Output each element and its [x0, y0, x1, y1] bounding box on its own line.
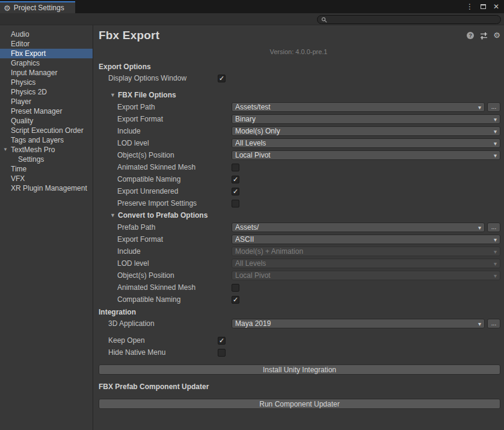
- prefab-compatible-naming-checkbox[interactable]: ✓: [232, 296, 239, 304]
- prefab-objects-position-row: Object(s) Position Local Pivot ▾: [93, 269, 504, 281]
- help-icon[interactable]: ?: [467, 32, 474, 39]
- sidebar-item-label: Script Execution Order: [11, 126, 84, 135]
- tab-project-settings[interactable]: ⚙ Project Settings: [0, 1, 75, 13]
- export-unrendered-row: Export Unrendered ✓: [93, 185, 504, 197]
- prefab-path-row: Prefab Path Assets/ ▾ ...: [93, 221, 504, 233]
- hide-native-menu-checkbox[interactable]: [218, 349, 226, 357]
- main-pane: Fbx Export ? ⚙ Version: 4.0.0-pre.1 Expo…: [93, 25, 504, 430]
- keep-open-checkbox[interactable]: ✓: [218, 337, 226, 345]
- dropdown-value: Maya 2019: [235, 319, 476, 328]
- compatible-naming-checkbox[interactable]: ✓: [232, 176, 239, 183]
- chevron-down-icon: ▾: [494, 116, 497, 123]
- field-label: Hide Native Menu: [99, 348, 218, 357]
- foldout-triangle-icon[interactable]: ▼: [110, 212, 118, 218]
- sidebar-item-label: Settings: [18, 155, 44, 164]
- sidebar-item-audio[interactable]: Audio: [0, 29, 93, 39]
- animated-skinned-mesh-checkbox[interactable]: [232, 164, 239, 171]
- run-component-updater-button[interactable]: Run Component Updater: [99, 399, 500, 409]
- close-icon[interactable]: ✕: [493, 2, 499, 11]
- prefab-path-dropdown[interactable]: Assets/ ▾: [232, 223, 485, 232]
- foldout-label: FBX File Options: [118, 91, 176, 99]
- settings-gear-icon[interactable]: ⚙: [493, 31, 500, 39]
- prefab-compatible-naming-row: Compatible Naming ✓: [93, 293, 504, 306]
- export-options-heading: Export Options: [93, 61, 504, 72]
- lod-level-dropdown[interactable]: All Levels ▾: [232, 138, 500, 148]
- sidebar-item-preset-manager[interactable]: Preset Manager: [0, 106, 93, 116]
- sidebar-item-fbx-export[interactable]: Fbx Export: [0, 49, 93, 58]
- display-options-window-checkbox[interactable]: ✓: [218, 75, 226, 82]
- prefab-export-format-row: Export Format ASCII ▾: [93, 233, 504, 245]
- convert-to-prefab-options-foldout[interactable]: ▼ Convert to Prefab Options: [93, 209, 504, 221]
- search-input[interactable]: [330, 16, 497, 23]
- sidebar-item-label: Tags and Layers: [11, 136, 64, 144]
- sidebar-item-textmesh-pro[interactable]: ▼TextMesh Pro: [0, 145, 93, 155]
- export-format-dropdown[interactable]: Binary ▾: [232, 114, 500, 124]
- chevron-down-icon: ▾: [478, 104, 481, 111]
- dropdown-value: Model(s) + Animation: [235, 247, 491, 256]
- sidebar-item-settings[interactable]: Settings: [0, 155, 93, 164]
- keep-open-row: Keep Open ✓: [93, 334, 504, 346]
- sidebar-item-xr-plugin-management[interactable]: XR Plugin Management: [0, 183, 93, 193]
- page-title: Fbx Export: [99, 29, 159, 42]
- sidebar-item-label: Graphics: [11, 59, 40, 67]
- search-box[interactable]: [317, 15, 501, 24]
- install-unity-integration-button[interactable]: Install Unity Integration: [99, 364, 500, 375]
- sidebar-item-label: Time: [11, 165, 26, 173]
- sidebar-item-input-manager[interactable]: Input Manager: [0, 68, 93, 78]
- sidebar-item-label: Preset Manager: [11, 107, 62, 115]
- sidebar-item-vfx[interactable]: VFX: [0, 174, 93, 183]
- export-unrendered-checkbox[interactable]: ✓: [232, 188, 239, 195]
- field-label: Display Options Window: [99, 74, 218, 82]
- objects-position-row: Object(s) Position Local Pivot ▾: [93, 149, 504, 161]
- objects-position-dropdown[interactable]: Local Pivot ▾: [232, 150, 500, 160]
- preserve-import-settings-checkbox[interactable]: [232, 200, 239, 207]
- sidebar-item-physics[interactable]: Physics: [0, 78, 93, 87]
- prefab-animated-skinned-mesh-checkbox[interactable]: [232, 284, 239, 292]
- sidebar-item-label: VFX: [11, 174, 25, 183]
- field-label: Export Unrendered: [99, 187, 232, 195]
- export-path-row: Export Path Assets/test ▾ ...: [93, 101, 504, 113]
- sidebar-item-quality[interactable]: Quality: [0, 116, 93, 126]
- title-bar: ⚙ Project Settings ⋮ ✕: [0, 0, 504, 13]
- fbx-prefab-component-updater-heading: FBX Prefab Component Updater: [93, 382, 504, 392]
- foldout-triangle-icon[interactable]: ▼: [110, 92, 118, 98]
- lod-level-row: LOD level All Levels ▾: [93, 137, 504, 149]
- prefab-path-browse-button[interactable]: ...: [487, 223, 500, 232]
- 3d-application-dropdown[interactable]: Maya 2019 ▾: [232, 319, 485, 328]
- prefab-include-row: Include Model(s) + Animation ▾: [93, 245, 504, 257]
- fbx-file-options-foldout[interactable]: ▼ FBX File Options: [93, 89, 504, 101]
- export-path-browse-button[interactable]: ...: [487, 102, 500, 112]
- tab-title: Project Settings: [14, 4, 64, 12]
- dropdown-value: Model(s) Only: [235, 127, 491, 135]
- field-label: 3D Application: [99, 319, 232, 328]
- 3d-application-browse-button[interactable]: ...: [487, 319, 500, 328]
- sidebar-item-label: Fbx Export: [11, 49, 46, 58]
- sidebar-item-script-execution-order[interactable]: Script Execution Order: [0, 126, 93, 135]
- sidebar-item-tags-and-layers[interactable]: Tags and Layers: [0, 135, 93, 145]
- sidebar-item-editor[interactable]: Editor: [0, 39, 93, 49]
- animated-skinned-mesh-row: Animated Skinned Mesh: [93, 161, 504, 173]
- sidebar-item-physics-2d[interactable]: Physics 2D: [0, 87, 93, 97]
- preset-icon[interactable]: [479, 31, 488, 40]
- prefab-export-format-dropdown[interactable]: ASCII ▾: [232, 235, 500, 244]
- dropdown-value: Local Pivot: [235, 151, 491, 159]
- chevron-down-icon: ▾: [478, 224, 481, 231]
- field-label: Include: [99, 247, 232, 256]
- sidebar-item-player[interactable]: Player: [0, 97, 93, 106]
- export-path-dropdown[interactable]: Assets/test ▾: [232, 102, 485, 112]
- sidebar-item-label: Physics 2D: [11, 88, 47, 96]
- field-label: Object(s) Position: [99, 271, 232, 280]
- sidebar-item-graphics[interactable]: Graphics: [0, 58, 93, 68]
- chevron-down-icon: ▾: [494, 236, 497, 243]
- chevron-down-icon: ▾: [478, 321, 481, 327]
- include-dropdown[interactable]: Model(s) Only ▾: [232, 126, 500, 136]
- field-label: Prefab Path: [99, 223, 232, 232]
- sidebar-item-label: Input Manager: [11, 69, 57, 77]
- sidebar-item-label: TextMesh Pro: [11, 146, 55, 154]
- maximize-icon[interactable]: [481, 4, 486, 9]
- sidebar-item-time[interactable]: Time: [0, 164, 93, 174]
- window-menu-icon[interactable]: ⋮: [466, 2, 473, 11]
- sidebar-item-label: Player: [11, 97, 31, 106]
- foldout-triangle-icon[interactable]: ▼: [2, 145, 9, 155]
- 3d-application-row: 3D Application Maya 2019 ▾ ...: [93, 318, 504, 330]
